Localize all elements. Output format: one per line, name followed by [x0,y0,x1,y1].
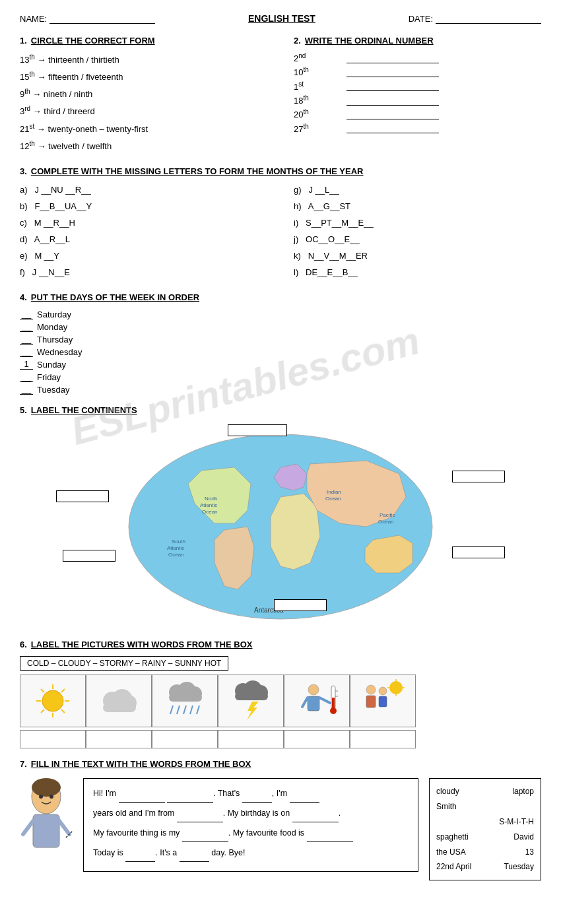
list-item: 12th → twelveth / twelfth [20,139,267,154]
name-label: NAME: [20,14,47,24]
list-item: __ Monday [20,321,541,332]
continent-label-north-america[interactable] [56,490,109,502]
s6-title: LABEL THE PICTURES WITH WORDS FROM THE B… [31,640,253,649]
s5-title: LABEL THE CONTINENTS [31,405,137,415]
svg-rect-67 [33,814,59,847]
months-left: a) J __NU __R__ b) F__B__UA__Y c) M __R_… [20,183,267,282]
svg-line-23 [41,689,44,692]
weather-answer-2[interactable] [86,730,152,748]
weather-img-hot [350,675,416,727]
weather-img-cold [284,675,350,727]
weather-answer-6[interactable] [350,730,416,748]
svg-line-68 [23,821,33,834]
svg-text:Pacific: Pacific [380,512,395,518]
continent-label-antarctica[interactable] [274,599,327,611]
word-row: spaghetti David [436,830,534,845]
list-item: e) M __Y [20,249,267,263]
section-6: 6. LABEL THE PICTURES WITH WORDS FROM TH… [20,640,541,748]
list-item: 27th [294,123,541,134]
text-line-4: Today is . It's a day. Bye! [93,845,409,862]
weather-answer-3[interactable] [152,730,218,748]
svg-point-66 [50,795,53,799]
avatar [20,778,73,866]
section-1: 1. CIRCLE THE CORRECT FORM 13th → thirte… [20,36,267,156]
svg-point-61 [379,687,387,695]
svg-text:Atlantic: Atlantic [200,502,217,508]
s4-number: 4. [20,292,27,302]
list-item: d) A__R__L [20,232,267,247]
weather-answer-1[interactable] [20,730,86,748]
s7-title: FILL IN THE TEXT WITH THE WORDS FROM THE… [31,759,251,769]
s6-number: 6. [20,640,27,649]
svg-point-64 [32,778,61,797]
svg-line-36 [177,706,180,714]
list-item: 1st [294,81,541,92]
weather-img-cloudy [86,675,152,727]
s1-items: 13th → thirteenth / thirtieth 15th → fif… [20,52,267,154]
svg-text:North: North [205,496,218,502]
list-item: 21st → twenty-oneth – twenty-first [20,121,267,137]
s4-title: PUT THE DAYS OF THE WEEK IN ORDER [31,292,199,302]
list-item: a) J __NU __R__ [20,183,267,197]
continent-label-south-america[interactable] [63,550,116,562]
list-item: 3rd → third / threerd [20,104,267,119]
list-item: 15th → fifteenth / fiveteenth [20,69,267,84]
svg-rect-34 [169,694,202,702]
svg-rect-51 [332,698,335,711]
list-item: __ Thursday [20,334,541,345]
svg-line-48 [319,698,330,703]
svg-line-37 [183,706,186,714]
weather-blank-row [20,730,541,748]
weather-img-stormy [218,675,284,727]
svg-rect-30 [103,703,136,712]
list-item: 9th → nineth / ninth [20,86,267,102]
list-item: b) F__B__UA__Y [20,199,267,214]
weather-img-rainy [152,675,218,727]
text-line-1: Hi! I'm . That's , I'm [93,785,409,803]
svg-line-26 [41,710,44,713]
s2-items: 2nd 10th 1st 18th 20th 27th [294,52,541,134]
weather-word-box: COLD – CLOUDY – STORMY – RAINY – SUNNY H… [20,656,228,671]
svg-point-45 [308,684,319,695]
list-item: c) M __R__H [20,216,267,230]
list-item: g) J __L__ [294,183,541,197]
list-item: 20th [294,108,541,119]
continent-label-asia[interactable] [452,471,505,482]
list-item: i) S__PT__M__E__ [294,216,541,230]
page-title: ENGLISH TEST [248,13,315,24]
word-row: the USA 13 [436,845,534,860]
list-item: 1 Sunday [20,359,541,370]
s1-number: 1. [20,36,27,46]
section-1-2: 1. CIRCLE THE CORRECT FORM 13th → thirte… [20,36,541,156]
word-row: S-M-I-T-H [436,814,534,830]
word-row: 22nd April Tuesday [436,859,534,874]
svg-text:Ocean: Ocean [378,519,394,525]
weather-answer-4[interactable] [218,730,284,748]
svg-point-59 [366,685,376,694]
name-field: NAME: [20,13,155,24]
svg-line-25 [61,689,65,692]
s7-word-box: cloudy laptop Smith S-M-I-T-H spaghetti … [429,778,541,880]
svg-rect-43 [235,692,268,700]
s2-title: WRITE THE ORDINAL NUMBER [305,36,434,46]
text-line-2: years old and I'm from . My birthday is … [93,805,409,822]
text-line-3: My favourite thing is my . My favourite … [93,825,409,842]
months-right: g) J __L__ h) A__G__ST i) S__PT__M__E__ … [294,183,541,282]
weather-answer-5[interactable] [284,730,350,748]
svg-text:Ocean: Ocean [202,509,218,515]
svg-point-54 [389,681,403,694]
list-item: l) DE__E__B__ [294,265,541,280]
days-list: __ Saturday __ Monday __ Thursday __ Wed… [20,309,541,395]
list-item: 10th [294,66,541,77]
months-grid: a) J __NU __R__ b) F__B__UA__Y c) M __R_… [20,183,541,282]
svg-point-65 [39,795,43,799]
list-item: 2nd [294,52,541,63]
weather-img-sunny [20,675,86,727]
list-item: __ Wednesday [20,346,541,357]
svg-rect-46 [308,696,319,711]
svg-rect-62 [379,696,387,707]
page-header: NAME: ENGLISH TEST DATE: [20,13,541,24]
continent-label-australia[interactable] [452,546,505,558]
continent-label-top[interactable] [228,424,287,436]
svg-line-38 [190,706,193,714]
